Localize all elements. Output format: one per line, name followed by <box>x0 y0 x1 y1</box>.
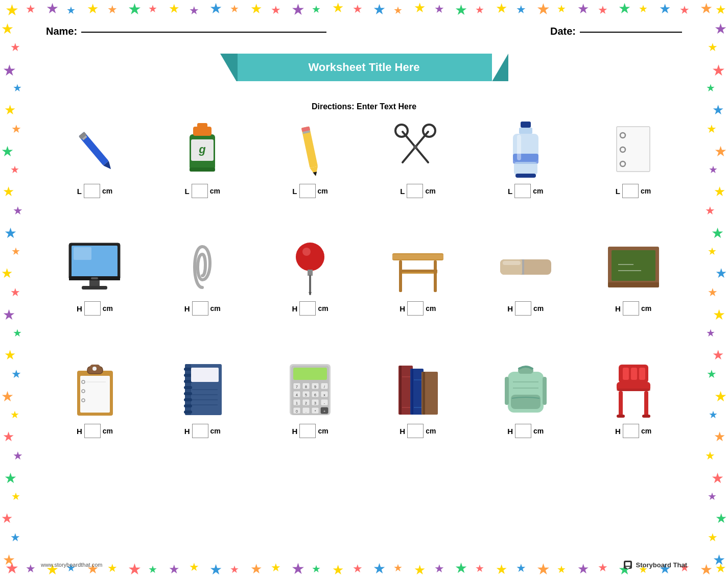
svg-text:1: 1 <box>296 401 298 405</box>
bottle-measure-label: L <box>508 187 512 196</box>
ribbon-left <box>220 54 238 81</box>
item-pencil: L cm <box>256 117 364 202</box>
calculator-measure: H cm <box>292 424 328 438</box>
monitor-measure-label: H <box>77 304 82 313</box>
svg-rect-33 <box>74 247 91 260</box>
pen-measure-box[interactable] <box>84 184 100 198</box>
svg-marker-42 <box>309 292 312 295</box>
pushpin-measure-box[interactable] <box>299 301 316 316</box>
chalkboard-measure-box[interactable] <box>623 301 639 316</box>
chalkboard-measure-label: H <box>615 304 621 313</box>
svg-rect-136 <box>623 368 629 380</box>
paperclip-measure-label: H <box>184 304 190 313</box>
monitor-unit: cm <box>103 304 113 312</box>
eraser-image <box>498 239 554 295</box>
svg-text:.: . <box>306 410 307 413</box>
pushpin-image <box>282 239 338 295</box>
svg-rect-76 <box>184 411 192 414</box>
svg-rect-145 <box>625 562 630 566</box>
chalkboard-measure: H cm <box>615 301 651 316</box>
notebook-measure-box[interactable] <box>192 424 208 438</box>
svg-rect-130 <box>505 377 509 405</box>
pen-measure: L cm <box>77 184 112 198</box>
pen-unit: cm <box>102 187 112 195</box>
books-measure-label: H <box>400 427 405 436</box>
backpack-image <box>498 362 554 418</box>
desk-measure-box[interactable] <box>407 301 424 316</box>
glue-image: g <box>174 122 230 178</box>
svg-text:0: 0 <box>296 410 298 413</box>
svg-text:+: + <box>323 410 325 413</box>
svg-rect-84 <box>293 368 327 380</box>
desk-image <box>390 239 446 295</box>
calculator-measure-box[interactable] <box>299 424 316 438</box>
notebook-svg <box>181 362 224 418</box>
svg-rect-75 <box>184 404 192 407</box>
svg-rect-118 <box>400 366 402 415</box>
item-eraser: H cm <box>472 235 579 320</box>
svg-point-19 <box>413 145 417 149</box>
svg-rect-138 <box>639 368 645 380</box>
bottle-measure-box[interactable] <box>514 184 531 198</box>
desk-svg <box>390 239 446 295</box>
brand-label: Storyboard That <box>636 561 687 569</box>
svg-rect-34 <box>89 280 100 286</box>
scissors-measure: L cm <box>400 184 435 198</box>
paper-svg <box>612 124 655 175</box>
footer: www.storyboardthat.com Storyboard That <box>41 560 687 570</box>
svg-rect-21 <box>519 128 532 134</box>
eraser-measure-box[interactable] <box>515 301 531 316</box>
books-measure: H cm <box>400 424 436 438</box>
chair-unit: cm <box>641 427 651 435</box>
svg-rect-54 <box>612 250 655 281</box>
item-monitor: H cm <box>41 235 149 320</box>
brand-container: Storyboard That <box>623 560 687 570</box>
pencil-measure-box[interactable] <box>299 184 316 198</box>
svg-text:x: x <box>323 393 325 397</box>
item-paperclip: H cm <box>149 235 256 320</box>
clipboard-measure-box[interactable] <box>84 424 101 438</box>
item-clipboard: H cm <box>41 357 149 442</box>
monitor-measure-box[interactable] <box>84 301 101 316</box>
date-field: Date: <box>550 26 682 37</box>
glue-measure-label: L <box>185 187 190 196</box>
svg-rect-26 <box>517 135 521 160</box>
books-measure-box[interactable] <box>407 424 424 438</box>
chair-measure-box[interactable] <box>623 424 639 438</box>
svg-text:*: * <box>315 410 316 413</box>
glue-unit: cm <box>210 187 220 195</box>
paper-unit: cm <box>641 187 651 195</box>
svg-rect-8 <box>197 123 207 128</box>
item-chair: H cm <box>579 357 687 442</box>
row-2: H cm H cm <box>41 235 687 320</box>
svg-rect-46 <box>399 260 402 292</box>
calculator-svg: 7 8 9 / 4 5 6 x 1 2 3 - 0 . * + <box>287 362 333 418</box>
svg-rect-139 <box>619 391 623 417</box>
svg-text:6: 6 <box>314 393 316 397</box>
pushpin-svg <box>292 239 328 295</box>
name-field: Name: <box>46 26 326 37</box>
item-chalkboard: H cm <box>579 235 687 320</box>
backpack-measure-label: H <box>507 427 513 436</box>
svg-rect-137 <box>631 368 637 380</box>
glue-svg: g <box>182 122 223 178</box>
backpack-measure-box[interactable] <box>515 424 531 438</box>
chalkboard-svg <box>605 244 662 290</box>
paper-measure-box[interactable] <box>622 184 639 198</box>
scissors-measure-box[interactable] <box>407 184 423 198</box>
monitor-measure: H cm <box>77 301 113 316</box>
chalkboard-image <box>605 239 662 295</box>
svg-text:5: 5 <box>305 393 307 397</box>
brand-icon <box>623 560 633 570</box>
svg-text:/: / <box>324 385 325 389</box>
title-banner-wrap: Worksheet Title Here <box>41 54 687 81</box>
paperclip-measure-box[interactable] <box>192 301 208 316</box>
chair-image <box>605 362 662 418</box>
eraser-measure: H cm <box>507 301 544 316</box>
clipboard-measure-label: H <box>77 427 82 436</box>
directions-text: Directions: Enter Text Here <box>312 102 416 111</box>
pushpin-unit: cm <box>318 304 328 312</box>
glue-measure-box[interactable] <box>192 184 208 198</box>
svg-rect-37 <box>91 277 98 279</box>
svg-rect-55 <box>608 282 659 287</box>
